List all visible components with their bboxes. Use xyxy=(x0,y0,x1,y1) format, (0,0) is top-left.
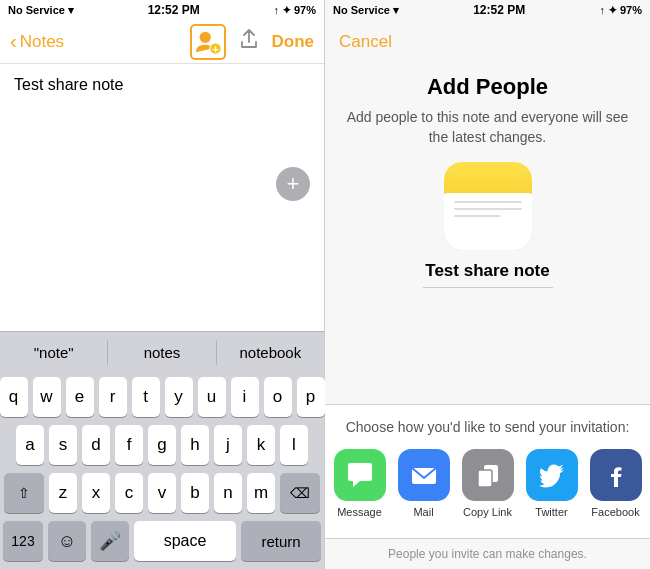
key-r[interactable]: r xyxy=(99,377,127,417)
key-h[interactable]: h xyxy=(181,425,209,465)
add-people-description: Add people to this note and everyone wil… xyxy=(345,108,630,147)
delete-key[interactable]: ⌫ xyxy=(280,473,320,513)
key-q[interactable]: q xyxy=(0,377,28,417)
facebook-label: Facebook xyxy=(591,506,639,518)
fab-plus-icon: + xyxy=(287,171,300,197)
key-o[interactable]: o xyxy=(264,377,292,417)
mail-icon-svg xyxy=(409,460,439,490)
keyboard: q w e r t y u i o p a s d f g h j k l ⇧ … xyxy=(0,373,324,569)
note-text: Test share note xyxy=(14,76,123,93)
add-person-button[interactable]: + xyxy=(190,24,226,60)
right-location-icon: ↑ xyxy=(599,4,605,16)
back-arrow-icon: ‹ xyxy=(10,30,17,53)
key-n[interactable]: n xyxy=(214,473,242,513)
notes-icon xyxy=(443,161,533,251)
key-d[interactable]: d xyxy=(82,425,110,465)
key-k[interactable]: k xyxy=(247,425,275,465)
num-key[interactable]: 123 xyxy=(3,521,43,561)
right-panel: No Service ▾ 12:52 PM ↑ ✦ 97% Cancel Add… xyxy=(325,0,650,569)
people-changes-note: People you invite can make changes. xyxy=(325,539,650,569)
autocomplete-item-2[interactable]: notebook xyxy=(217,340,324,365)
fab-plus-button[interactable]: + xyxy=(276,167,310,201)
paper-line-2 xyxy=(454,208,522,210)
cancel-button[interactable]: Cancel xyxy=(339,32,392,52)
key-t[interactable]: t xyxy=(132,377,160,417)
key-w[interactable]: w xyxy=(33,377,61,417)
mail-label: Mail xyxy=(413,506,433,518)
return-key[interactable]: return xyxy=(241,521,321,561)
share-copy-link[interactable]: Copy Link xyxy=(462,449,514,518)
key-p[interactable]: p xyxy=(297,377,325,417)
share-twitter[interactable]: Twitter xyxy=(526,449,578,518)
nav-icons: + Done xyxy=(190,24,315,60)
facebook-icon xyxy=(590,449,642,501)
autocomplete-bar: "note" notes notebook xyxy=(0,331,324,373)
paper-line-1 xyxy=(454,201,522,203)
key-a[interactable]: a xyxy=(16,425,44,465)
emoji-key[interactable]: ☺ xyxy=(48,521,86,561)
key-c[interactable]: c xyxy=(115,473,143,513)
left-panel: No Service ▾ 12:52 PM ↑ ✦ 97% ‹ Notes + xyxy=(0,0,325,569)
key-l[interactable]: l xyxy=(280,425,308,465)
note-content-area[interactable]: Test share note + xyxy=(0,64,324,331)
right-status-right: ↑ ✦ 97% xyxy=(599,4,642,17)
key-u[interactable]: u xyxy=(198,377,226,417)
right-nav-bar: Cancel xyxy=(325,20,650,64)
key-z[interactable]: z xyxy=(49,473,77,513)
share-icons-row: Message Mail Copy Link xyxy=(334,449,642,518)
autocomplete-item-1[interactable]: notes xyxy=(108,340,216,365)
right-battery-label: 97% xyxy=(620,4,642,16)
share-message[interactable]: Message xyxy=(334,449,386,518)
left-location-icon: ↑ xyxy=(273,4,279,16)
left-wifi-icon: ▾ xyxy=(68,4,74,17)
key-f[interactable]: f xyxy=(115,425,143,465)
keyboard-row-3: ⇧ z x c v b n m ⌫ xyxy=(3,473,321,513)
left-time: 12:52 PM xyxy=(148,3,200,17)
share-facebook[interactable]: Facebook xyxy=(590,449,642,518)
space-key[interactable]: space xyxy=(134,521,236,561)
left-battery-label: 97% xyxy=(294,4,316,16)
message-icon xyxy=(334,449,386,501)
shift-key[interactable]: ⇧ xyxy=(4,473,44,513)
key-s[interactable]: s xyxy=(49,425,77,465)
key-v[interactable]: v xyxy=(148,473,176,513)
keyboard-row-2: a s d f g h j k l xyxy=(3,425,321,465)
add-person-icon-svg: + xyxy=(194,28,222,56)
key-m[interactable]: m xyxy=(247,473,275,513)
right-service-label: No Service xyxy=(333,4,390,16)
svg-rect-5 xyxy=(478,470,492,487)
twitter-icon-svg xyxy=(537,460,567,490)
key-b[interactable]: b xyxy=(181,473,209,513)
mic-key[interactable]: 🎤 xyxy=(91,521,129,561)
invite-section: Choose how you'd like to send your invit… xyxy=(325,405,650,538)
message-label: Message xyxy=(337,506,382,518)
share-button[interactable] xyxy=(238,28,260,56)
right-status-left: No Service ▾ xyxy=(333,4,399,17)
note-share-underline xyxy=(423,287,553,288)
message-icon-svg xyxy=(345,460,375,490)
facebook-icon-svg xyxy=(601,460,631,490)
mail-icon xyxy=(398,449,450,501)
keyboard-bottom-row: 123 ☺ 🎤 space return xyxy=(3,521,321,561)
share-mail[interactable]: Mail xyxy=(398,449,450,518)
svg-point-0 xyxy=(199,31,210,42)
back-button[interactable]: ‹ Notes xyxy=(10,30,64,53)
svg-text:+: + xyxy=(212,43,219,55)
key-x[interactable]: x xyxy=(82,473,110,513)
done-button[interactable]: Done xyxy=(272,32,315,52)
invite-label: Choose how you'd like to send your invit… xyxy=(346,419,630,435)
right-bluetooth-icon: ✦ xyxy=(608,4,617,17)
back-label: Notes xyxy=(20,32,64,52)
copy-link-label: Copy Link xyxy=(463,506,512,518)
paper-line-3 xyxy=(454,215,502,217)
add-people-title: Add People xyxy=(427,74,548,100)
key-y[interactable]: y xyxy=(165,377,193,417)
autocomplete-item-0[interactable]: "note" xyxy=(0,340,108,365)
left-status-left: No Service ▾ xyxy=(8,4,74,17)
key-i[interactable]: i xyxy=(231,377,259,417)
key-e[interactable]: e xyxy=(66,377,94,417)
note-share-title: Test share note xyxy=(425,261,549,281)
key-g[interactable]: g xyxy=(148,425,176,465)
key-j[interactable]: j xyxy=(214,425,242,465)
keyboard-row-1: q w e r t y u i o p xyxy=(3,377,321,417)
